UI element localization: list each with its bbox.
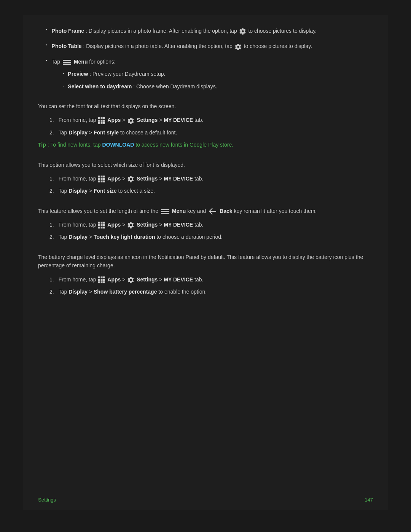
fs-step2-font-size: Font size <box>94 188 117 194</box>
svg-rect-37 <box>101 279 103 281</box>
tk-step2-suffix: to choose a duration period. <box>156 234 223 240</box>
gear-icon-step1 <box>127 117 134 124</box>
sub-bullet-preview: • Preview : Preview your Daydream setup. <box>52 70 373 78</box>
font-size-section: This option allows you to select which s… <box>38 161 373 195</box>
tk-step1-number: 1. <box>49 220 54 229</box>
font-size-intro: This option allows you to select which s… <box>38 161 373 169</box>
fs-step2-number: 2. <box>49 187 54 195</box>
gear-icon-fs-step1 <box>127 176 134 182</box>
svg-rect-1 <box>63 62 71 63</box>
svg-rect-14 <box>103 176 105 177</box>
tip-download: DOWNLOAD <box>102 142 134 148</box>
svg-rect-21 <box>161 209 169 210</box>
tip-label: Tip <box>38 142 46 148</box>
svg-rect-4 <box>101 117 103 119</box>
svg-rect-38 <box>103 279 105 281</box>
step2-suffix: to choose a default font. <box>120 129 177 136</box>
preview-desc: : Preview your Daydream setup. <box>89 71 165 77</box>
fs-step1-content: From home, tap Apps > Settings > MY DEVI… <box>59 174 204 183</box>
bullet-marker: ▪ <box>46 27 47 32</box>
font-size-steps: 1. From home, tap Apps > Settings > MY D… <box>38 174 373 195</box>
fs-step1-settings: Settings <box>137 176 158 182</box>
menu-label: Menu <box>74 59 88 65</box>
font-style-section: You can set the font for all text that d… <box>38 102 373 149</box>
tk-step1-from: From home, tap <box>59 222 96 228</box>
svg-rect-31 <box>101 227 103 228</box>
preview-term: Preview <box>68 71 88 77</box>
apps-grid-icon-4 <box>98 276 105 283</box>
svg-rect-41 <box>103 281 105 283</box>
apps-grid-icon-3 <box>98 222 105 228</box>
touch-key-intro-prefix: This feature allows you to set the lengt… <box>38 208 158 214</box>
gear-icon-tk-step1 <box>127 222 134 228</box>
footer-right: 147 <box>365 497 373 503</box>
bullet-marker-2: ▪ <box>46 43 47 47</box>
svg-rect-7 <box>101 120 103 121</box>
svg-rect-17 <box>103 178 105 180</box>
svg-rect-12 <box>98 176 100 177</box>
svg-rect-33 <box>98 276 100 278</box>
svg-rect-20 <box>103 181 105 182</box>
svg-rect-27 <box>98 224 100 226</box>
svg-rect-9 <box>98 122 100 124</box>
photo-table-desc-end: to choose pictures to display. <box>244 43 312 49</box>
tap-text: Tap <box>52 59 61 65</box>
tip-text: : To find new fonts, tap <box>48 142 101 148</box>
back-icon <box>209 208 217 215</box>
svg-rect-22 <box>161 211 169 212</box>
step1-gt1: > <box>122 117 127 123</box>
touch-key-suffix: key remain lit after you touch them. <box>234 208 317 214</box>
photo-frame-desc: : Display pictures in a photo frame. Aft… <box>86 28 237 34</box>
font-size-step1: 1. From home, tap Apps > Settings > MY D… <box>49 174 373 183</box>
touch-key-mid: key and <box>187 208 206 214</box>
svg-rect-34 <box>101 276 103 278</box>
font-style-step1: 1. From home, tap Apps > Settin <box>49 116 373 124</box>
daydream-desc: : Choose when Daydream displays. <box>133 83 217 89</box>
fs-step2-display: Display <box>68 188 88 194</box>
touch-key-back: Back <box>220 208 232 214</box>
tk-step2-tap: Tap <box>59 234 67 240</box>
menu-icon <box>63 59 71 65</box>
tk-step1-settings: Settings <box>137 222 158 228</box>
svg-rect-36 <box>98 279 100 281</box>
touch-key-step1: 1. From home, tap Apps > Settings > MY D… <box>49 220 373 229</box>
sub-bullet-preview-content: Preview : Preview your Daydream setup. <box>68 70 165 78</box>
svg-rect-6 <box>98 120 100 121</box>
fs-step2-tap: Tap <box>59 188 67 194</box>
tip-line: Tip : To find new fonts, tap DOWNLOAD to… <box>38 141 373 149</box>
fs-step2-content: Tap Display > Font size to select a size… <box>59 187 155 195</box>
svg-rect-19 <box>101 181 103 182</box>
bat-step2-battery: Show battery percentage <box>94 289 157 295</box>
bat-step1-from: From home, tap <box>59 276 96 283</box>
tk-step1-apps: Apps <box>107 222 121 228</box>
bullet-item-photo-frame: ▪ Photo Frame : Display pictures in a ph… <box>38 27 373 35</box>
svg-rect-24 <box>98 222 100 224</box>
bat-step1-settings: Settings <box>137 276 158 283</box>
page-footer: Settings 147 <box>38 497 373 503</box>
photo-table-desc: : Display pictures in a photo table. Aft… <box>83 43 233 49</box>
step2-gt: > <box>89 129 94 136</box>
fs-step1-apps: Apps <box>107 176 121 182</box>
bat-step2-tap: Tap <box>59 289 67 295</box>
svg-rect-11 <box>103 122 105 124</box>
font-style-step2: 2. Tap Display > Font style to choose a … <box>49 128 373 137</box>
apps-grid-icon-1 <box>98 117 105 124</box>
bullet-content-tap-menu: Tap Menu for options: • Preview : Previe… <box>52 58 373 91</box>
fs-step1-from: From home, tap <box>59 176 96 182</box>
touch-key-section: This feature allows you to set the lengt… <box>38 207 373 241</box>
bat-step2-suffix: to enable the option. <box>158 289 207 295</box>
tk-step2-display: Display <box>68 234 88 240</box>
fs-step2-suffix: to select a size. <box>118 188 155 194</box>
tk-step2-touch: Touch key light duration <box>94 234 155 240</box>
svg-rect-25 <box>101 222 103 224</box>
step2-tap: Tap <box>59 129 67 136</box>
touch-key-menu: Menu <box>172 208 186 214</box>
step1-suffix: > MY DEVICE tab. <box>159 117 203 123</box>
step2-content: Tap Display > Font style to choose a def… <box>59 128 177 137</box>
bullet-item-photo-table: ▪ Photo Table : Display pictures in a ph… <box>38 42 373 50</box>
bat-step1-number: 1. <box>49 275 54 284</box>
svg-rect-39 <box>98 281 100 283</box>
gear-icon-bat-step1 <box>127 276 134 283</box>
fs-step1-number: 1. <box>49 174 54 183</box>
daydream-term: Select when to daydream <box>68 83 132 89</box>
